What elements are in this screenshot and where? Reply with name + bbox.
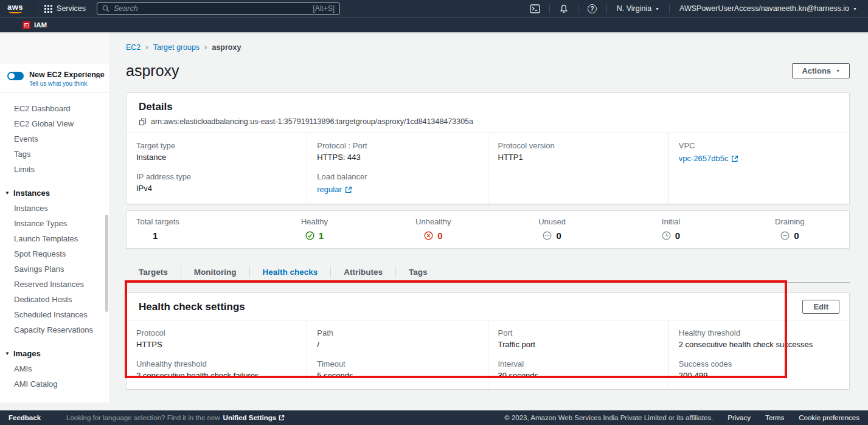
- breadcrumb-separator-icon: ›: [204, 43, 207, 52]
- summary-total-targets: Total targets 1: [127, 217, 255, 241]
- tab-targets[interactable]: Targets: [126, 262, 181, 282]
- copy-icon[interactable]: [139, 118, 147, 126]
- field-label: Path: [317, 328, 475, 337]
- sidebar-item-spot-requests[interactable]: Spot Requests: [0, 246, 109, 261]
- main-content: EC2 › Target groups › asproxy asproxy Ac…: [109, 32, 868, 410]
- sidebar-bottom-spacer: [0, 403, 109, 410]
- search-input[interactable]: [114, 4, 313, 13]
- minus-circle-icon: [780, 231, 790, 240]
- field-label: Protocol version: [498, 141, 656, 150]
- sidebar-item-amis[interactable]: AMIs: [0, 361, 109, 376]
- sidebar-item-reserved-instances[interactable]: Reserved Instances: [0, 277, 109, 292]
- region-selector[interactable]: N. Virginia ▼: [613, 4, 663, 13]
- sidebar-item-launch-templates[interactable]: Launch Templates: [0, 231, 109, 246]
- field-value: 2 consecutive health check successes: [679, 340, 837, 349]
- divider: [38, 4, 38, 13]
- sidebar-section-images[interactable]: ▼Images: [0, 346, 109, 361]
- vpc-link[interactable]: vpc-2657db5c: [679, 154, 739, 163]
- field-label: VPC: [679, 141, 837, 150]
- sidebar-item-events[interactable]: Events: [0, 131, 109, 147]
- close-icon[interactable]: ✕: [94, 72, 102, 80]
- sidebar-item-dedicated-hosts[interactable]: Dedicated Hosts: [0, 292, 109, 307]
- account-menu[interactable]: AWSPowerUserAccess/navaneeth.kn@harness.…: [676, 4, 861, 13]
- chevron-down-icon: ▼: [836, 69, 840, 73]
- sidebar-item-ami-catalog[interactable]: AMI Catalog: [0, 376, 109, 392]
- sidebar-item-tags[interactable]: Tags: [0, 147, 109, 162]
- language-hint: Looking for language selection? Find it …: [66, 414, 285, 421]
- field-label: Timeout: [317, 359, 475, 368]
- divider: [578, 4, 578, 13]
- detail-tabs: Targets Monitoring Health checks Attribu…: [126, 262, 850, 283]
- breadcrumb-separator-icon: ›: [145, 43, 148, 52]
- details-title: Details: [139, 101, 173, 113]
- page-title: asproxy: [126, 62, 179, 80]
- search-shortcut-hint: [Alt+S]: [313, 4, 335, 13]
- field-value: 30 seconds: [498, 371, 656, 380]
- breadcrumb: EC2 › Target groups › asproxy: [126, 43, 850, 52]
- field-value: HTTPS: [136, 340, 294, 349]
- sidebar-item-instance-types[interactable]: Instance Types: [0, 216, 109, 231]
- breadcrumb-target-groups-link[interactable]: Target groups: [153, 43, 200, 52]
- terms-link[interactable]: Terms: [765, 414, 784, 421]
- sidebar-item-scheduled-instances[interactable]: Scheduled Instances: [0, 307, 109, 322]
- external-link-icon: [279, 415, 285, 421]
- sidebar-item-limits[interactable]: Limits: [0, 162, 109, 177]
- tab-monitoring[interactable]: Monitoring: [181, 262, 249, 282]
- feedback-button[interactable]: Feedback: [9, 414, 41, 421]
- cloudshell-button[interactable]: [527, 2, 543, 15]
- field-label: Unhealthy threshold: [136, 359, 294, 368]
- sidebar-item-instances[interactable]: Instances: [0, 201, 109, 216]
- app-grid-icon: [44, 5, 52, 13]
- health-check-settings-title: Health check settings: [139, 301, 245, 313]
- summary-unhealthy: Unhealthy 0: [374, 217, 493, 241]
- external-link-icon: [731, 155, 738, 162]
- tab-attributes[interactable]: Attributes: [331, 262, 395, 282]
- field-label: Success codes: [679, 359, 837, 368]
- privacy-link[interactable]: Privacy: [727, 414, 751, 421]
- field-value: HTTP1: [498, 153, 656, 162]
- field-label: Protocol: [136, 328, 294, 337]
- sidebar-scrollbar[interactable]: [105, 215, 108, 312]
- field-value: 5 seconds: [317, 371, 475, 380]
- tab-tags[interactable]: Tags: [396, 262, 440, 282]
- dots-circle-icon: [543, 231, 552, 240]
- field-value: 2 consecutive health check failures: [136, 371, 294, 380]
- health-check-grid: ProtocolHTTPS Unhealthy threshold2 conse…: [127, 320, 849, 389]
- chevron-down-icon: ▼: [853, 7, 857, 11]
- caret-down-icon: ▼: [5, 190, 10, 196]
- new-experience-toggle[interactable]: [7, 72, 24, 80]
- breadcrumb-current: asproxy: [212, 43, 241, 52]
- edit-button[interactable]: Edit: [802, 300, 839, 314]
- tell-us-link[interactable]: Tell us what you think: [29, 80, 105, 87]
- field-label: Interval: [498, 359, 656, 368]
- favorite-iam-link[interactable]: IAM: [23, 21, 47, 29]
- field-value: /: [317, 340, 475, 349]
- favorite-label: IAM: [34, 21, 47, 29]
- sidebar-section-instances[interactable]: ▼Instances: [0, 185, 109, 201]
- sidebar-item-ec2-global-view[interactable]: EC2 Global View: [0, 116, 109, 131]
- divider: [669, 4, 670, 13]
- aws-logo[interactable]: aws: [7, 4, 23, 13]
- breadcrumb-ec2-link[interactable]: EC2: [126, 43, 141, 52]
- new-experience-panel: New EC2 Experience Tell us what you thin…: [0, 64, 109, 93]
- services-menu-button[interactable]: Services: [44, 4, 86, 13]
- field-value: Traffic port: [498, 340, 656, 349]
- field-value: HTTPS: 443: [317, 153, 475, 162]
- clock-icon: [662, 231, 671, 240]
- cookie-preferences-link[interactable]: Cookie preferences: [799, 414, 859, 421]
- sidebar-item-capacity-reservations[interactable]: Capacity Reservations: [0, 322, 109, 337]
- iam-service-icon: [23, 21, 30, 29]
- global-search[interactable]: [Alt+S]: [97, 2, 340, 15]
- sidebar-item-ec2-dashboard[interactable]: EC2 Dashboard: [0, 101, 109, 116]
- actions-button[interactable]: Actions ▼: [792, 63, 850, 78]
- notifications-bell-button[interactable]: [556, 2, 572, 15]
- tab-health-checks[interactable]: Health checks: [250, 262, 331, 282]
- sidebar-item-savings-plans[interactable]: Savings Plans: [0, 261, 109, 277]
- field-label: Port: [498, 328, 656, 337]
- load-balancer-link[interactable]: regular: [317, 185, 352, 194]
- summary-healthy: Healthy 1: [255, 217, 373, 241]
- help-button[interactable]: ?: [585, 2, 600, 15]
- copyright-text: © 2023, Amazon Web Services India Privat…: [504, 414, 713, 421]
- unified-settings-link[interactable]: Unified Settings: [223, 414, 285, 421]
- targets-summary-panel: Total targets 1 Healthy 1 Unhealthy 0 Un…: [126, 210, 850, 249]
